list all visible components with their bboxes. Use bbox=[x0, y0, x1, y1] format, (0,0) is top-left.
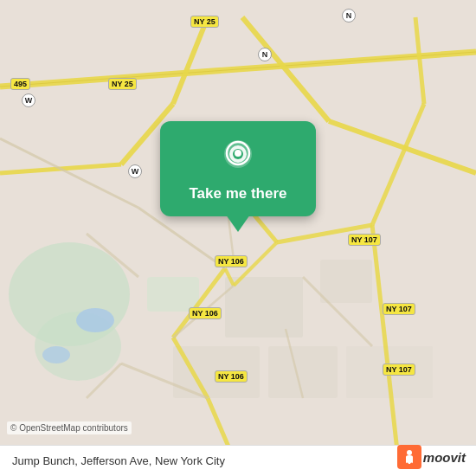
badge-ny106-1: NY 106 bbox=[215, 255, 248, 267]
svg-line-13 bbox=[329, 121, 476, 173]
osm-attribution: © OpenStreetMap contributors bbox=[7, 421, 132, 434]
svg-line-28 bbox=[138, 208, 225, 268]
badge-ny25-top: NY 25 bbox=[190, 16, 219, 28]
map-roads-svg bbox=[0, 0, 476, 476]
svg-point-42 bbox=[406, 463, 408, 466]
svg-line-14 bbox=[173, 17, 208, 104]
popup-card[interactable]: Take me there bbox=[160, 121, 316, 216]
badge-495: 495 bbox=[10, 78, 30, 90]
badge-ny107-1: NY 107 bbox=[348, 234, 381, 246]
badge-ny25-mid: NY 25 bbox=[108, 78, 137, 90]
moovit-svg-icon bbox=[401, 448, 418, 466]
location-label: Jump Bunch, Jefferson Ave, New York City bbox=[12, 454, 225, 467]
bottom-bar: Jump Bunch, Jefferson Ave, New York City… bbox=[0, 445, 476, 476]
compass-n-mid: N bbox=[258, 48, 272, 61]
compass-w-left: W bbox=[22, 93, 35, 107]
compass-w-mid: W bbox=[128, 164, 142, 178]
svg-rect-6 bbox=[320, 260, 372, 303]
badge-ny106-2: NY 106 bbox=[189, 307, 222, 319]
badge-ny107-2: NY 107 bbox=[383, 303, 415, 315]
svg-line-11 bbox=[0, 52, 476, 87]
badge-ny107-3: NY 107 bbox=[383, 363, 415, 376]
svg-rect-2 bbox=[147, 277, 199, 312]
compass-n-top: N bbox=[342, 9, 356, 23]
svg-point-4 bbox=[42, 346, 70, 363]
svg-rect-8 bbox=[268, 346, 338, 398]
moovit-icon bbox=[397, 445, 421, 469]
svg-point-3 bbox=[76, 308, 114, 332]
popup-take-me-there-label: Take me there bbox=[189, 185, 286, 203]
svg-line-25 bbox=[415, 17, 424, 104]
svg-line-26 bbox=[372, 104, 424, 225]
location-pin-icon bbox=[219, 138, 257, 177]
svg-rect-5 bbox=[225, 277, 303, 338]
svg-point-41 bbox=[407, 450, 412, 455]
svg-line-20 bbox=[372, 225, 398, 459]
moovit-logo: moovit bbox=[397, 445, 466, 469]
svg-point-43 bbox=[410, 463, 413, 466]
map-container: NY 25 NY 25 NY 106 NY 106 NY 106 NY 107 … bbox=[0, 0, 476, 476]
badge-ny106-3: NY 106 bbox=[215, 370, 248, 383]
moovit-text-label: moovit bbox=[423, 450, 466, 465]
svg-point-40 bbox=[235, 150, 241, 157]
